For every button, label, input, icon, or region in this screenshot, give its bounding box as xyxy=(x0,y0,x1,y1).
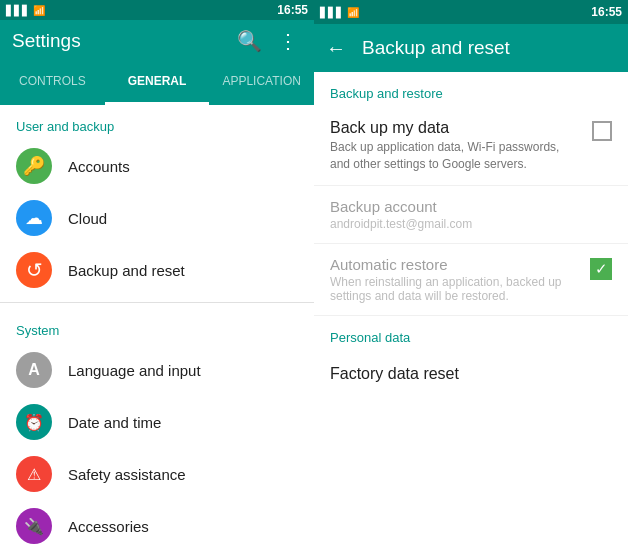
list-item-safety[interactable]: ⚠ Safety assistance xyxy=(0,448,314,500)
right-toolbar: ← Backup and reset xyxy=(314,24,628,72)
right-status-bar: ▋▋▋ 📶 16:55 xyxy=(314,0,628,24)
safety-label: Safety assistance xyxy=(68,466,186,483)
tab-general[interactable]: GENERAL xyxy=(105,61,210,105)
left-status-bar: ▋▋▋ 📶 16:55 xyxy=(0,0,314,20)
backup-data-checkbox[interactable] xyxy=(592,121,612,141)
backup-account-title: Backup account xyxy=(330,198,612,215)
left-panel: ▋▋▋ 📶 16:55 Settings 🔍 ⋮ CONTROLS GENERA… xyxy=(0,0,314,552)
more-options-icon[interactable]: ⋮ xyxy=(274,25,302,57)
back-button[interactable]: ← xyxy=(326,37,346,60)
backup-data-row: Back up my data Back up application data… xyxy=(330,119,612,173)
list-item-language[interactable]: A Language and input xyxy=(0,344,314,396)
factory-reset-item[interactable]: Factory data reset xyxy=(314,351,628,397)
left-toolbar-title: Settings xyxy=(12,30,225,52)
backup-item-backup-data[interactable]: Back up my data Back up application data… xyxy=(314,107,628,186)
signal-icon: ▋▋▋ xyxy=(6,5,30,16)
accounts-label: Accounts xyxy=(68,158,130,175)
backup-restore-header: Backup and restore xyxy=(314,72,628,107)
backup-reset-label: Backup and reset xyxy=(68,262,185,279)
right-wifi-icon: 📶 xyxy=(347,7,359,18)
left-status-icons: ▋▋▋ 📶 xyxy=(6,5,45,16)
auto-restore-checkbox[interactable]: ✓ xyxy=(590,258,612,280)
right-toolbar-title: Backup and reset xyxy=(362,37,616,59)
language-icon: A xyxy=(16,352,52,388)
left-toolbar: Settings 🔍 ⋮ xyxy=(0,20,314,61)
accessories-label: Accessories xyxy=(68,518,149,535)
right-status-icons: ▋▋▋ 📶 xyxy=(320,7,359,18)
list-item-backup-reset[interactable]: ↺ Backup and reset xyxy=(0,244,314,296)
backup-data-title: Back up my data xyxy=(330,119,570,137)
personal-data-header: Personal data xyxy=(314,316,628,351)
list-item-cloud[interactable]: ☁ Cloud xyxy=(0,192,314,244)
accounts-icon: 🔑 xyxy=(16,148,52,184)
backup-item-auto-restore[interactable]: Automatic restore When reinstalling an a… xyxy=(314,244,628,316)
accessories-icon: 🔌 xyxy=(16,508,52,544)
right-signal-icon: ▋▋▋ xyxy=(320,7,344,18)
checkmark-icon: ✓ xyxy=(595,260,608,278)
list-item-accounts[interactable]: 🔑 Accounts xyxy=(0,140,314,192)
section-system: System xyxy=(0,309,314,344)
safety-icon: ⚠ xyxy=(16,456,52,492)
auto-restore-row: Automatic restore When reinstalling an a… xyxy=(330,256,612,303)
auto-restore-subtitle: When reinstalling an application, backed… xyxy=(330,275,590,303)
left-status-time: 16:55 xyxy=(277,3,308,17)
wifi-icon: 📶 xyxy=(33,5,45,16)
datetime-icon: ⏰ xyxy=(16,404,52,440)
backup-data-text: Back up my data Back up application data… xyxy=(330,119,570,173)
cloud-label: Cloud xyxy=(68,210,107,227)
cloud-icon: ☁ xyxy=(16,200,52,236)
divider-1 xyxy=(0,302,314,303)
list-item-datetime[interactable]: ⏰ Date and time xyxy=(0,396,314,448)
datetime-label: Date and time xyxy=(68,414,161,431)
list-item-accessories[interactable]: 🔌 Accessories xyxy=(0,500,314,552)
auto-restore-title: Automatic restore xyxy=(330,256,590,273)
backup-reset-icon: ↺ xyxy=(16,252,52,288)
backup-account-email: androidpit.test@gmail.com xyxy=(330,217,612,231)
tabs-bar: CONTROLS GENERAL APPLICATION xyxy=(0,61,314,105)
right-status-time: 16:55 xyxy=(591,5,622,19)
section-user-backup: User and backup xyxy=(0,105,314,140)
tab-application[interactable]: APPLICATION xyxy=(209,61,314,105)
backup-item-account: Backup account androidpit.test@gmail.com xyxy=(314,186,628,244)
language-label: Language and input xyxy=(68,362,201,379)
backup-data-subtitle: Back up application data, Wi-Fi password… xyxy=(330,139,570,173)
auto-restore-text: Automatic restore When reinstalling an a… xyxy=(330,256,590,303)
search-icon[interactable]: 🔍 xyxy=(233,25,266,57)
right-panel: ▋▋▋ 📶 16:55 ← Backup and reset Backup an… xyxy=(314,0,628,552)
tab-controls[interactable]: CONTROLS xyxy=(0,61,105,105)
